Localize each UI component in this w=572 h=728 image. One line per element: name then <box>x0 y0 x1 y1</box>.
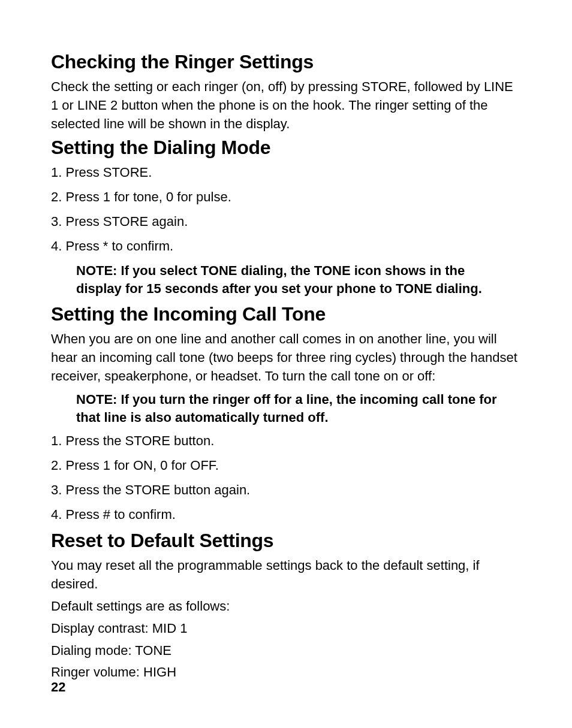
list-item: 3. Press the STORE button again. <box>51 481 521 500</box>
section-checking-ringer: Checking the Ringer Settings Check the s… <box>51 51 521 133</box>
list-item: 1. Press STORE. <box>51 164 521 182</box>
section-dialing-mode: Setting the Dialing Mode 1. Press STORE.… <box>51 137 521 298</box>
list-item: 2. Press 1 for ON, 0 for OFF. <box>51 457 521 475</box>
heading-incoming-call-tone: Setting the Incoming Call Tone <box>51 303 521 325</box>
list-item: 1. Press the STORE button. <box>51 432 521 451</box>
section-incoming-call-tone: Setting the Incoming Call Tone When you … <box>51 303 521 524</box>
list-item: 3. Press STORE again. <box>51 213 521 231</box>
paragraph-reset-desc: You may reset all the programmable setti… <box>51 557 521 594</box>
heading-dialing-mode: Setting the Dialing Mode <box>51 137 521 159</box>
heading-checking-ringer: Checking the Ringer Settings <box>51 51 521 73</box>
paragraph-checking-ringer: Check the setting or each ringer (on, of… <box>51 78 521 133</box>
default-item: Dialing mode: TONE <box>51 642 521 660</box>
list-item: 4. Press # to confirm. <box>51 506 521 524</box>
default-item: Ringer volume: HIGH <box>51 663 521 682</box>
paragraph-incoming-call-tone: When you are on one line and another cal… <box>51 330 521 385</box>
list-item: 2. Press 1 for tone, 0 for pulse. <box>51 188 521 207</box>
note-incoming-call-tone: NOTE: If you turn the ringer off for a l… <box>76 391 503 428</box>
note-dialing-mode: NOTE: If you select TONE dialing, the TO… <box>76 262 503 299</box>
section-reset-defaults: Reset to Default Settings You may reset … <box>51 530 521 682</box>
paragraph-defaults-intro: Default settings are as follows: <box>51 597 521 616</box>
page-number: 22 <box>51 679 65 695</box>
heading-reset-defaults: Reset to Default Settings <box>51 530 521 552</box>
list-item: 4. Press * to confirm. <box>51 237 521 256</box>
default-item: Display contrast: MID 1 <box>51 620 521 638</box>
